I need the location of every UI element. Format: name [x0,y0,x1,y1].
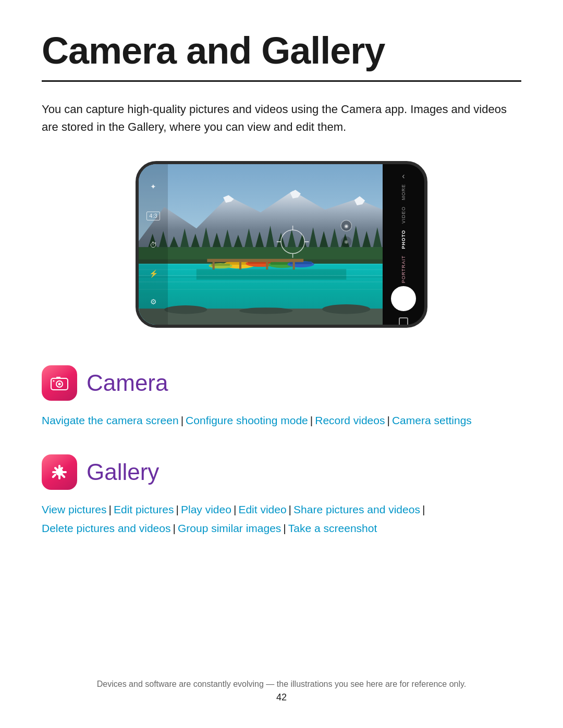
camera-icon [51,376,68,390]
gallery-app-icon [42,454,77,490]
svg-rect-47 [266,262,268,269]
mode-labels: MORE VIDEO PHOTO PORTRAIT [401,181,406,286]
aspect-ratio-icon: 4:3 [146,212,160,220]
sep1: | [181,414,183,426]
link-configure-shooting[interactable]: Configure shooting mode [186,414,308,426]
camera-links: Navigate the camera screen|Configure sho… [42,411,521,430]
svg-text:❋: ❋ [344,239,348,245]
mode-video: VIDEO [401,203,406,227]
camera-app-icon [42,365,77,401]
phone-mockup-container: ✦ 4:3 ⏱ ⚡ ⚙ [42,161,521,328]
settings-icon: ⚙ [150,298,157,305]
mode-photo: PHOTO [401,227,406,252]
panel-arrow-icon: ‹ [402,171,405,181]
svg-rect-77 [60,474,66,479]
flash-auto-icon: ✦ [150,183,156,190]
link-take-screenshot[interactable]: Take a screenshot [288,522,377,534]
footer: Devices and software are constantly evol… [0,680,563,703]
camera-section-title: Camera [87,370,168,396]
svg-rect-49 [197,269,346,280]
flash-icon: ⚡ [149,270,158,277]
gallery-section-header: Gallery [42,454,521,490]
gallery-links: View pictures|Edit pictures|Play video|E… [42,500,521,537]
bixby-icon[interactable]: ✿ [394,327,413,328]
link-share-pictures[interactable]: Share pictures and videos [293,503,420,515]
footer-note: Devices and software are constantly evol… [0,680,563,689]
svg-point-70 [53,380,55,381]
phone-mockup: ✦ 4:3 ⏱ ⚡ ⚙ [136,161,427,328]
link-delete-pictures[interactable]: Delete pictures and videos [42,522,170,534]
mode-more: MORE [401,181,406,203]
shutter-button[interactable] [391,286,416,311]
svg-rect-73 [58,474,60,479]
svg-point-54 [164,305,207,314]
link-view-pictures[interactable]: View pictures [42,503,107,515]
camera-left-controls: ✦ 4:3 ⏱ ⚡ ⚙ [139,164,168,325]
svg-rect-45 [213,262,215,269]
sep3: | [387,414,389,426]
svg-point-56 [322,304,370,314]
svg-rect-44 [207,259,303,262]
svg-point-68 [58,382,61,385]
camera-scene-svg: ◉ ❋ [139,164,383,325]
svg-rect-79 [52,474,57,479]
gallery-section-title: Gallery [87,459,159,485]
link-edit-video[interactable]: Edit video [238,503,286,515]
footer-page-number: 42 [0,692,563,703]
gallery-thumbnail[interactable] [399,317,408,327]
svg-rect-69 [56,377,60,379]
sep2: | [310,414,313,426]
svg-rect-74 [52,471,57,473]
svg-point-55 [239,307,293,314]
camera-screen: ✦ 4:3 ⏱ ⚡ ⚙ [139,164,383,325]
svg-rect-6 [139,247,383,261]
camera-section-header: Camera [42,365,521,401]
svg-rect-48 [293,262,295,269]
svg-text:◉: ◉ [344,223,349,229]
page-title: Camera and Gallery [42,31,521,71]
svg-rect-46 [239,262,241,269]
link-group-images[interactable]: Group similar images [178,522,281,534]
link-record-videos[interactable]: Record videos [315,414,385,426]
link-camera-settings[interactable]: Camera settings [392,414,472,426]
link-edit-pictures[interactable]: Edit pictures [114,503,174,515]
timer-icon: ⏱ [150,241,157,249]
svg-rect-75 [62,471,67,473]
camera-right-panel: ‹ MORE VIDEO PHOTO PORTRAIT ✿ [383,164,424,325]
link-navigate-camera[interactable]: Navigate the camera screen [42,414,179,426]
link-play-video[interactable]: Play video [181,503,231,515]
gallery-icon [51,463,68,481]
intro-text: You can capture high-quality pictures an… [42,101,511,136]
mode-portrait: PORTRAIT [401,252,406,286]
shutter-area [391,286,416,327]
section-divider [42,80,521,82]
